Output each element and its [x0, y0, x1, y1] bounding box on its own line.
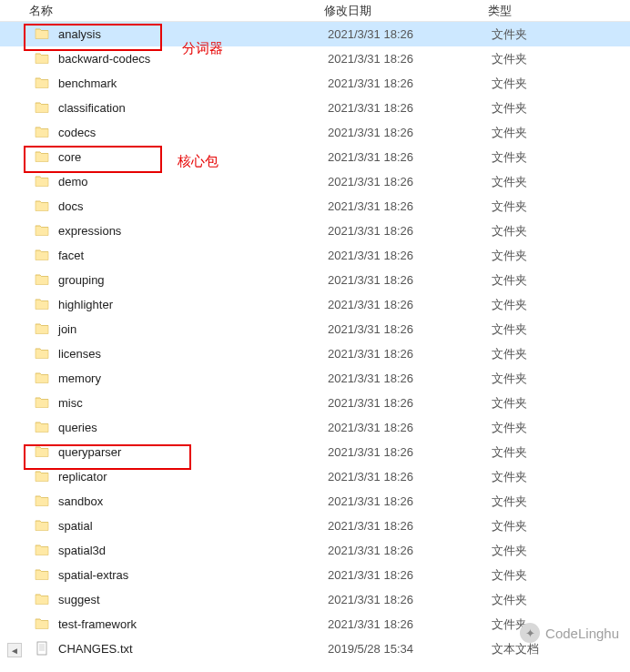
folder-icon [35, 223, 51, 239]
file-name: memory [58, 372, 328, 385]
list-item[interactable]: codecs2021/3/31 18:26文件夹 [0, 120, 630, 145]
file-type: 文件夹 [492, 321, 601, 338]
file-name: join [58, 322, 328, 336]
list-item[interactable]: demo2021/3/31 18:26文件夹 [0, 169, 630, 194]
wechat-icon: ✦ [520, 623, 540, 643]
file-type: 文件夹 [492, 518, 601, 535]
file-list: analysis2021/3/31 18:26文件夹backward-codec… [0, 22, 630, 661]
column-header-type[interactable]: 类型 [488, 3, 597, 19]
folder-icon [35, 420, 51, 436]
file-name: spatial-extras [58, 568, 328, 582]
folder-icon [35, 149, 51, 166]
list-item[interactable]: analysis2021/3/31 18:26文件夹 [0, 22, 630, 46]
file-date: 2021/3/31 18:26 [328, 27, 492, 41]
list-item[interactable]: facet2021/3/31 18:26文件夹 [0, 243, 630, 268]
folder-icon [35, 248, 51, 264]
scroll-left-button[interactable]: ◄ [7, 643, 22, 657]
file-name: CHANGES.txt [58, 642, 328, 656]
folder-icon [35, 444, 51, 461]
list-item[interactable]: misc2021/3/31 18:26文件夹 [0, 391, 630, 415]
file-date: 2021/3/31 18:26 [328, 372, 492, 385]
column-header-date[interactable]: 修改日期 [324, 3, 488, 19]
file-date: 2021/3/31 18:26 [328, 322, 492, 336]
list-item[interactable]: sandbox2021/3/31 18:26文件夹 [0, 489, 630, 514]
folder-icon [35, 26, 51, 43]
list-item[interactable]: spatial3d2021/3/31 18:26文件夹 [0, 538, 630, 563]
list-item[interactable]: memory2021/3/31 18:26文件夹 [0, 366, 630, 391]
list-item[interactable]: licenses2021/3/31 18:26文件夹 [0, 341, 630, 366]
file-name: highlighter [58, 298, 328, 311]
file-date: 2021/3/31 18:26 [328, 470, 492, 484]
list-item[interactable]: core2021/3/31 18:26文件夹 [0, 145, 630, 169]
file-name: backward-codecs [58, 52, 328, 66]
folder-icon [35, 272, 51, 289]
folder-icon [35, 371, 51, 387]
file-date: 2021/3/31 18:26 [328, 52, 492, 66]
file-type: 文件夹 [492, 543, 601, 559]
list-item[interactable]: highlighter2021/3/31 18:26文件夹 [0, 292, 630, 317]
file-name: spatial [58, 519, 328, 533]
file-type: 文件夹 [492, 272, 601, 289]
list-item[interactable]: spatial2021/3/31 18:26文件夹 [0, 514, 630, 538]
list-item[interactable]: spatial-extras2021/3/31 18:26文件夹 [0, 563, 630, 587]
file-name: test-framework [58, 617, 328, 631]
list-item[interactable]: benchmark2021/3/31 18:26文件夹 [0, 71, 630, 96]
file-name: licenses [58, 347, 328, 361]
file-name: expressions [58, 224, 328, 238]
list-item[interactable]: docs2021/3/31 18:26文件夹 [0, 194, 630, 219]
list-item[interactable]: grouping2021/3/31 18:26文件夹 [0, 268, 630, 292]
file-name: core [58, 150, 328, 164]
file-date: 2019/5/28 15:34 [328, 642, 492, 656]
list-item[interactable]: queryparser2021/3/31 18:26文件夹 [0, 440, 630, 464]
file-type: 文件夹 [492, 100, 601, 117]
file-date: 2021/3/31 18:26 [328, 175, 492, 188]
file-name: docs [58, 199, 328, 213]
file-name: suggest [58, 593, 328, 606]
file-name: queryparser [58, 445, 328, 459]
file-date: 2021/3/31 18:26 [328, 544, 492, 557]
file-type: 文件夹 [492, 26, 601, 43]
text-file-icon [35, 641, 51, 657]
file-name: grouping [58, 273, 328, 287]
file-name: sandbox [58, 494, 328, 508]
file-date: 2021/3/31 18:26 [328, 76, 492, 90]
file-date: 2021/3/31 18:26 [328, 421, 492, 434]
folder-icon [35, 199, 51, 215]
file-name: benchmark [58, 76, 328, 90]
file-name: misc [58, 396, 328, 410]
folder-icon [35, 395, 51, 412]
file-date: 2021/3/31 18:26 [328, 224, 492, 238]
list-item[interactable]: replicator2021/3/31 18:26文件夹 [0, 464, 630, 489]
file-explorer: 名称 修改日期 类型 analysis2021/3/31 18:26文件夹bac… [0, 0, 630, 661]
list-item[interactable]: queries2021/3/31 18:26文件夹 [0, 415, 630, 440]
list-item[interactable]: backward-codecs2021/3/31 18:26文件夹 [0, 46, 630, 71]
file-date: 2021/3/31 18:26 [328, 347, 492, 361]
file-type: 文件夹 [492, 420, 601, 436]
file-type: 文件夹 [492, 395, 601, 412]
list-item[interactable]: expressions2021/3/31 18:26文件夹 [0, 219, 630, 243]
file-type: 文件夹 [492, 199, 601, 215]
file-type: 文件夹 [492, 567, 601, 584]
list-item[interactable]: suggest2021/3/31 18:26文件夹 [0, 587, 630, 612]
file-type: 文件夹 [492, 174, 601, 190]
file-type: 文件夹 [492, 346, 601, 362]
file-type: 文件夹 [492, 248, 601, 264]
folder-icon [35, 297, 51, 313]
column-header-name[interactable]: 名称 [29, 3, 324, 19]
folder-icon [35, 469, 51, 485]
column-header: 名称 修改日期 类型 [0, 0, 630, 22]
folder-icon [35, 567, 51, 584]
file-name: classification [58, 101, 328, 115]
file-name: analysis [58, 27, 328, 41]
folder-icon [35, 592, 51, 608]
folder-icon [35, 174, 51, 190]
folder-icon [35, 346, 51, 362]
file-type: 文件夹 [492, 149, 601, 166]
folder-icon [35, 76, 51, 92]
list-item[interactable]: join2021/3/31 18:26文件夹 [0, 317, 630, 341]
file-type: 文件夹 [492, 592, 601, 608]
file-date: 2021/3/31 18:26 [328, 126, 492, 139]
list-item[interactable]: classification2021/3/31 18:26文件夹 [0, 96, 630, 120]
file-name: spatial3d [58, 544, 328, 557]
file-type: 文件夹 [492, 51, 601, 67]
